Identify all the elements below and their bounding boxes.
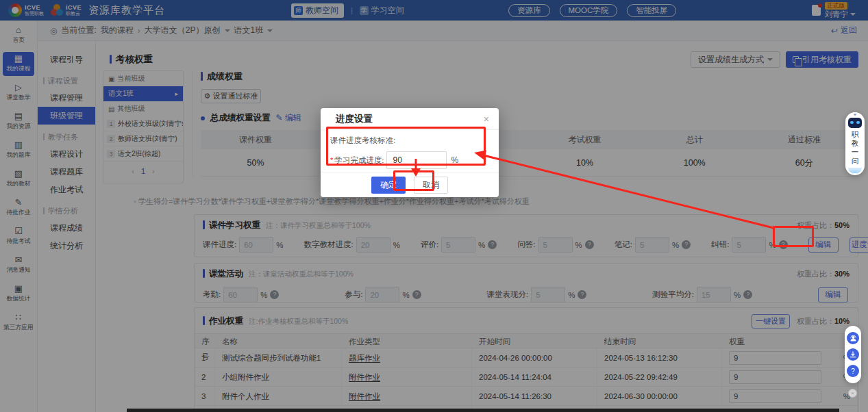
modal-title: 进度设置 xyxy=(336,113,373,125)
progress-settings-modal: 进度设置 × 课件进度考核标准: * 学习完成进度: % 确定 取消 xyxy=(321,108,499,197)
sparkle-icon: ✦ xyxy=(853,112,857,118)
side-toolbar: ? xyxy=(845,326,861,383)
help-icon[interactable]: ? xyxy=(847,365,859,377)
modal-overlay[interactable] xyxy=(0,0,868,412)
download-icon[interactable] xyxy=(847,348,859,361)
bottom-scrollbar[interactable] xyxy=(127,409,839,412)
progress-field-label: 学习完成进度: xyxy=(334,155,384,166)
assistant-widget[interactable]: ✦ 职教一问 xyxy=(845,112,865,175)
criteria-label: 课件进度考核标准: xyxy=(330,136,489,146)
robot-icon xyxy=(848,118,862,128)
required-mark: * xyxy=(330,156,333,164)
close-icon[interactable]: × xyxy=(848,389,857,398)
confirm-button[interactable]: 确定 xyxy=(371,177,406,194)
customer-service-icon[interactable] xyxy=(847,332,859,344)
percent-unit: % xyxy=(451,155,458,165)
wave-decoration xyxy=(848,168,862,173)
completion-progress-input[interactable] xyxy=(386,151,447,169)
close-icon[interactable]: × xyxy=(484,114,489,124)
assistant-label: 职教一问 xyxy=(851,130,859,166)
app-window: ICVE 智慧职教 iCVE 职教云 资源库教学平台 师 教师空间 | 学 学习… xyxy=(0,0,868,412)
cancel-button[interactable]: 取消 xyxy=(414,177,448,194)
